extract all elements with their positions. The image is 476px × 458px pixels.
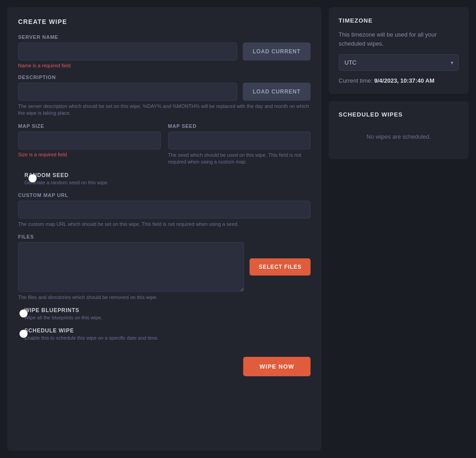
map-size-group: MAP SIZE Size is a required field [18,123,161,166]
custom-map-url-group: CUSTOM MAP URL The custom map URL which … [18,192,311,228]
map-size-error: Size is a required field [18,152,161,157]
timezone-select[interactable]: UTC America/New_York America/Los_Angeles… [339,54,459,71]
map-seed-group: MAP SEED The seed which should be used o… [168,123,311,166]
files-group: FILES SELECT FILES The files and directo… [18,234,311,301]
wipe-blueprints-label: WIPE BLUEPRINTS [24,307,102,313]
server-name-input[interactable] [18,42,237,61]
map-seed-input[interactable] [168,131,311,150]
map-size-label: MAP SIZE [18,123,161,129]
files-hint: The files and directories which should b… [18,294,311,301]
server-name-row: LOAD CURRENT [18,42,311,61]
bottom-actions: WIPE NOW [18,357,311,376]
custom-map-url-label: CUSTOM MAP URL [18,192,311,198]
select-files-button[interactable]: SELECT FILES [250,258,311,276]
files-label: FILES [18,234,311,239]
random-seed-label: RANDOM SEED [24,172,109,178]
schedule-wipe-desc: Enable this to schedule this wipe on a s… [24,335,159,341]
timezone-title: TIMEZONE [339,17,459,24]
timezone-select-wrap: UTC America/New_York America/Los_Angeles… [339,54,459,71]
current-time-display: Current time: 9/4/2023, 10:37:40 AM [339,77,459,84]
schedule-wipe-label: SCHEDULE WIPE [24,327,159,334]
server-name-error: Name is a required field [18,63,311,68]
scheduled-wipes-title: SCHEDULED WIPES [339,111,459,118]
timezone-desc: This timezone will be used for all your … [339,30,459,48]
left-panel: CREATE WIPE SERVER NAME LOAD CURRENT Nam… [7,7,321,451]
wipe-blueprints-desc: Wipe all the blueprints on this wipe. [24,315,102,320]
server-name-group: SERVER NAME LOAD CURRENT Name is a requi… [18,34,311,68]
files-textarea[interactable] [18,242,244,292]
description-load-button[interactable]: LOAD CURRENT [243,83,311,101]
random-seed-desc: Generate a random seed on this wipe. [24,180,109,185]
map-size-input[interactable] [18,131,161,150]
random-seed-info: RANDOM SEED Generate a random seed on th… [24,172,109,185]
map-seed-hint: The seed which should be used on this wi… [168,152,311,166]
app-container: CREATE WIPE SERVER NAME LOAD CURRENT Nam… [0,0,476,458]
wipe-now-button[interactable]: WIPE NOW [243,357,311,376]
right-panel: TIMEZONE This timezone will be used for … [329,7,469,451]
description-group: DESCRIPTION LOAD CURRENT The server desc… [18,75,311,117]
custom-map-url-hint: The custom map URL which should be set o… [18,221,311,228]
page-title: CREATE WIPE [18,18,311,25]
schedule-wipe-toggle-row: SCHEDULE WIPE Enable this to schedule th… [18,327,311,341]
description-label: DESCRIPTION [18,75,311,80]
description-row: LOAD CURRENT [18,83,311,101]
current-time-value: 9/4/2023, 10:37:40 AM [374,77,434,84]
map-seed-label: MAP SEED [168,123,311,129]
timezone-card: TIMEZONE This timezone will be used for … [329,7,469,94]
random-seed-toggle-row: RANDOM SEED Generate a random seed on th… [18,172,311,185]
current-time-label: Current time: [339,77,372,84]
description-hint: The server description which should be s… [18,103,311,117]
description-input[interactable] [18,83,237,101]
map-fields-row: MAP SIZE Size is a required field MAP SE… [18,123,311,166]
files-row: SELECT FILES [18,242,311,292]
wipe-blueprints-toggle-row: WIPE BLUEPRINTS Wipe all the blueprints … [18,307,311,320]
scheduled-wipes-empty: No wipes are scheduled. [339,124,459,149]
server-name-load-button[interactable]: LOAD CURRENT [243,42,311,61]
wipe-blueprints-info: WIPE BLUEPRINTS Wipe all the blueprints … [24,307,102,320]
schedule-wipe-info: SCHEDULE WIPE Enable this to schedule th… [24,327,159,341]
server-name-label: SERVER NAME [18,34,311,40]
scheduled-wipes-card: SCHEDULED WIPES No wipes are scheduled. [329,101,469,159]
custom-map-url-input[interactable] [18,201,311,219]
